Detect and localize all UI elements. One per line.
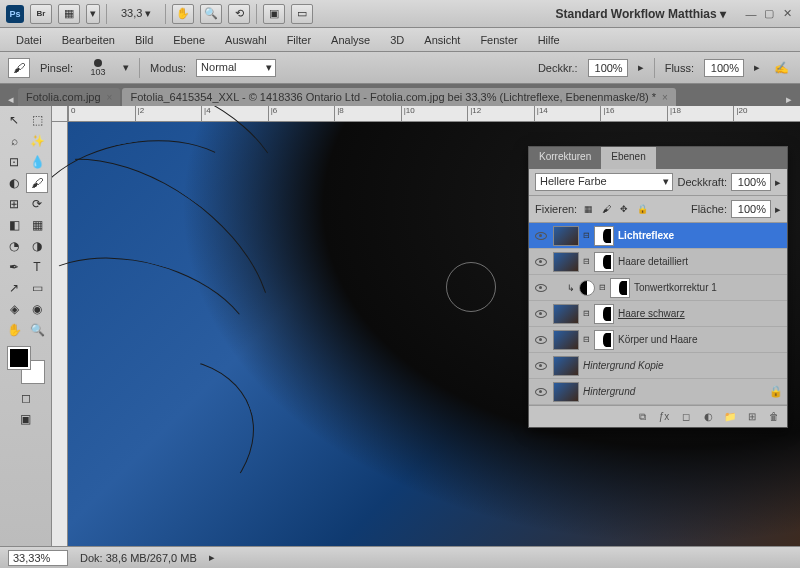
link-mask-icon[interactable]: ⊟ xyxy=(583,335,590,344)
layer-row[interactable]: ⊟Haare schwarz xyxy=(529,301,787,327)
stamp-tool[interactable]: ⊞ xyxy=(3,194,25,214)
menu-filter[interactable]: Filter xyxy=(279,30,319,50)
opacity-input[interactable] xyxy=(588,59,628,77)
menu-ebene[interactable]: Ebene xyxy=(165,30,213,50)
hand-tool[interactable]: ✋ xyxy=(3,320,25,340)
layer-opacity-input[interactable] xyxy=(731,173,771,191)
blend-mode-dropdown[interactable]: Normal▾ xyxy=(196,59,276,77)
quickmask-toggle[interactable]: ◻ xyxy=(15,388,37,408)
airbrush-toggle[interactable]: ✍ xyxy=(770,58,792,78)
color-swatches[interactable] xyxy=(8,347,44,383)
flyout-icon[interactable]: ▸ xyxy=(638,61,644,74)
visibility-toggle[interactable] xyxy=(533,254,549,270)
layer-name[interactable]: Körper und Haare xyxy=(618,334,783,345)
layer-row[interactable]: ⊟Haare detailliert xyxy=(529,249,787,275)
lock-all-icon[interactable]: 🔒 xyxy=(635,202,649,216)
healing-tool[interactable]: ◐ xyxy=(3,173,25,193)
link-mask-icon[interactable]: ⊟ xyxy=(583,257,590,266)
screenmode-toggle[interactable]: ▣ xyxy=(15,409,37,429)
close-tab-icon[interactable]: × xyxy=(107,92,113,103)
document-tab-inactive[interactable]: Fotolia.com.jpg× xyxy=(18,88,120,106)
layer-name[interactable]: Haare schwarz xyxy=(618,308,783,319)
link-mask-icon[interactable]: ⊟ xyxy=(583,231,590,240)
lasso-tool[interactable]: ⌕ xyxy=(3,131,25,151)
visibility-toggle[interactable] xyxy=(533,358,549,374)
history-button[interactable]: ▦ xyxy=(58,4,80,24)
lock-transparency-icon[interactable]: ▦ xyxy=(581,202,595,216)
visibility-toggle[interactable] xyxy=(533,384,549,400)
dropdown-arrow[interactable]: ▾ xyxy=(86,4,100,24)
screen-mode-button[interactable]: ▭ xyxy=(291,4,313,24)
brush-tool[interactable]: 🖌 xyxy=(26,173,48,193)
menu-bild[interactable]: Bild xyxy=(127,30,161,50)
eraser-tool[interactable]: ◧ xyxy=(3,215,25,235)
minimize-button[interactable]: — xyxy=(744,7,758,21)
tab-scroll-left[interactable]: ◂ xyxy=(4,93,18,106)
adjustment-layer-icon[interactable]: ◐ xyxy=(701,410,715,424)
menu-auswahl[interactable]: Auswahl xyxy=(217,30,275,50)
arrange-button[interactable]: ▣ xyxy=(263,4,285,24)
history-brush-tool[interactable]: ⟳ xyxy=(26,194,48,214)
layer-name[interactable]: Haare detailliert xyxy=(618,256,783,267)
close-tab-icon[interactable]: × xyxy=(662,92,668,103)
layer-row[interactable]: Hintergrund Kopie xyxy=(529,353,787,379)
bridge-button[interactable]: Br xyxy=(30,4,52,24)
layer-group-icon[interactable]: 📁 xyxy=(723,410,737,424)
layer-name[interactable]: Hintergrund Kopie xyxy=(583,360,783,371)
flyout-icon[interactable]: ▸ xyxy=(775,176,781,189)
status-zoom-input[interactable] xyxy=(8,550,68,566)
hand-tool-button[interactable]: ✋ xyxy=(172,4,194,24)
eyedropper-tool[interactable]: 💧 xyxy=(26,152,48,172)
dropdown-arrow-icon[interactable]: ▾ xyxy=(123,61,129,74)
flow-input[interactable] xyxy=(704,59,744,77)
menu-ansicht[interactable]: Ansicht xyxy=(416,30,468,50)
layer-mask-icon[interactable]: ◻ xyxy=(679,410,693,424)
zoom-tool[interactable]: 🔍 xyxy=(26,320,48,340)
maximize-button[interactable]: ▢ xyxy=(762,7,776,21)
foreground-color[interactable] xyxy=(8,347,30,369)
layer-mask-thumb[interactable] xyxy=(594,304,614,324)
wand-tool[interactable]: ✨ xyxy=(26,131,48,151)
panel-tab-korrekturen[interactable]: Korrekturen xyxy=(529,147,601,169)
layer-row[interactable]: Hintergrund🔒 xyxy=(529,379,787,405)
path-tool[interactable]: ↗ xyxy=(3,278,25,298)
workspace-selector[interactable]: Standard Workflow Matthias ▾ xyxy=(556,7,726,21)
link-mask-icon[interactable]: ⊟ xyxy=(599,283,606,292)
3d-tool[interactable]: ◈ xyxy=(3,299,25,319)
link-layers-icon[interactable]: ⧉ xyxy=(635,410,649,424)
layer-row[interactable]: ⊟Körper und Haare xyxy=(529,327,787,353)
fill-input[interactable] xyxy=(731,200,771,218)
menu-3d[interactable]: 3D xyxy=(382,30,412,50)
layer-mask-thumb[interactable] xyxy=(594,330,614,350)
layer-name[interactable]: Lichtreflexe xyxy=(618,230,783,241)
visibility-toggle[interactable] xyxy=(533,306,549,322)
link-mask-icon[interactable]: ⊟ xyxy=(583,309,590,318)
layer-row[interactable]: ⊟Lichtreflexe xyxy=(529,223,787,249)
dodge-tool[interactable]: ◑ xyxy=(26,236,48,256)
marquee-tool[interactable]: ⬚ xyxy=(26,110,48,130)
visibility-toggle[interactable] xyxy=(533,228,549,244)
new-layer-icon[interactable]: ⊞ xyxy=(745,410,759,424)
close-button[interactable]: ✕ xyxy=(780,7,794,21)
shape-tool[interactable]: ▭ xyxy=(26,278,48,298)
visibility-toggle[interactable] xyxy=(533,280,549,296)
flyout-icon[interactable]: ▸ xyxy=(209,551,215,564)
layer-row[interactable]: ↳⊟Tonwertkorrektur 1 xyxy=(529,275,787,301)
flyout-icon[interactable]: ▸ xyxy=(775,203,781,216)
move-tool[interactable]: ↖ xyxy=(3,110,25,130)
rotate-view-button[interactable]: ⟲ xyxy=(228,4,250,24)
delete-layer-icon[interactable]: 🗑 xyxy=(767,410,781,424)
pen-tool[interactable]: ✒ xyxy=(3,257,25,277)
zoom-tool-button[interactable]: 🔍 xyxy=(200,4,222,24)
lock-pixels-icon[interactable]: 🖌 xyxy=(599,202,613,216)
layer-mask-thumb[interactable] xyxy=(594,226,614,246)
layer-blend-mode[interactable]: Hellere Farbe▾ xyxy=(535,173,673,191)
gradient-tool[interactable]: ▦ xyxy=(26,215,48,235)
layer-mask-thumb[interactable] xyxy=(610,278,630,298)
layer-name[interactable]: Tonwertkorrektur 1 xyxy=(634,282,783,293)
crop-tool[interactable]: ⊡ xyxy=(3,152,25,172)
current-tool-icon[interactable]: 🖌 xyxy=(8,58,30,78)
visibility-toggle[interactable] xyxy=(533,332,549,348)
menu-bearbeiten[interactable]: Bearbeiten xyxy=(54,30,123,50)
type-tool[interactable]: T xyxy=(26,257,48,277)
